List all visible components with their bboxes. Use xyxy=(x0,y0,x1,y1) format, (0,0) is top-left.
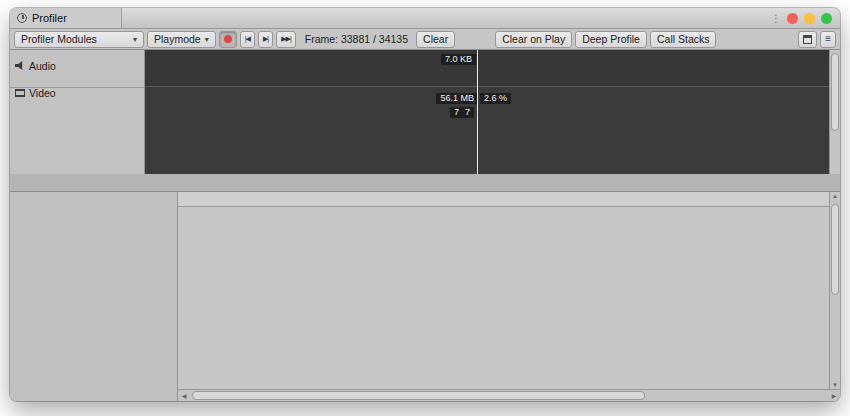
table-horizontal-scrollbar[interactable]: ◀ ▶ xyxy=(178,389,840,401)
deep-profile-button[interactable]: Deep Profile xyxy=(575,31,647,48)
playing-sources-line xyxy=(145,109,829,110)
save-profile-button[interactable]: ≡ xyxy=(820,31,836,48)
profiler-tab[interactable]: Profiler xyxy=(10,8,122,28)
memory-value-label: 56.1 MB xyxy=(436,93,478,104)
menu-icon: ≡ xyxy=(825,34,831,44)
speaker-icon xyxy=(15,61,25,70)
record-icon xyxy=(224,35,232,43)
load-icon xyxy=(803,35,812,44)
modules-scrollbar-thumb[interactable] xyxy=(831,53,839,131)
scroll-down-icon[interactable]: ▼ xyxy=(832,382,838,388)
kebab-icon[interactable]: ⋮ xyxy=(771,13,781,24)
audio-cpu-line xyxy=(145,158,829,159)
playmode-dropdown[interactable]: Playmode ▾ xyxy=(147,31,216,48)
film-icon xyxy=(15,89,25,97)
next-frame-button[interactable]: ▶| xyxy=(258,31,273,48)
gc-chart-band[interactable]: 7.0 KB xyxy=(145,50,829,87)
vertical-scroll-thumb[interactable] xyxy=(831,204,839,295)
audio-chart-band[interactable]: 56.1 MB 2.6 % 7 7 xyxy=(145,88,829,174)
profiler-modules-dropdown[interactable]: Profiler Modules ▾ xyxy=(14,31,144,48)
clear-button[interactable]: Clear xyxy=(416,31,455,48)
scroll-left-icon[interactable]: ◀ xyxy=(178,392,190,399)
module-divider xyxy=(10,87,144,88)
detail-tabbar xyxy=(10,174,840,192)
chevron-down-icon: ▾ xyxy=(133,35,137,44)
voices-value-label: 7 xyxy=(461,107,474,118)
profiler-chart[interactable]: 7.0 KB 56.1 MB 2.6 % 7 7 xyxy=(145,50,829,174)
profiler-toolbar: Profiler Modules ▾ Playmode ▾ |◀ ▶| ▶▶| … xyxy=(10,29,840,50)
detail-pane: ▲ ▼ ◀ ▶ xyxy=(10,192,840,401)
audio-voices-line xyxy=(145,113,829,114)
module-legend-panel: Audio Video xyxy=(10,50,145,174)
total-gc-line xyxy=(145,82,829,84)
scroll-up-icon[interactable]: ▲ xyxy=(832,193,838,199)
channels-table: ▲ ▼ ◀ ▶ xyxy=(178,192,840,401)
charts-region: Audio Video 7.0 KB 56.1 MB 2.6 % 7 xyxy=(10,50,840,174)
table-header xyxy=(178,192,829,207)
close-button[interactable] xyxy=(787,13,798,24)
gc-allocated-line xyxy=(145,78,829,79)
previous-frame-button[interactable]: |◀ xyxy=(240,31,255,48)
frame-playhead[interactable] xyxy=(477,50,478,174)
window-title: Profiler xyxy=(32,12,67,24)
horizontal-scroll-thumb[interactable] xyxy=(192,391,645,400)
load-profile-button[interactable] xyxy=(798,31,817,48)
next-frame-icon: ▶| xyxy=(263,35,268,43)
zoom-button[interactable] xyxy=(821,13,832,24)
audio-stats-panel xyxy=(10,192,178,401)
profiler-window: Profiler ⋮ Profiler Modules ▾ Playmode ▾… xyxy=(10,8,840,401)
table-vertical-scrollbar[interactable]: ▲ ▼ xyxy=(829,192,840,389)
chevron-down-icon: ▾ xyxy=(205,35,209,44)
clear-on-play-button[interactable]: Clear on Play xyxy=(495,31,572,48)
record-button[interactable] xyxy=(219,31,237,48)
previous-frame-icon: |◀ xyxy=(245,35,250,43)
cpu-value-label: 2.6 % xyxy=(480,93,511,104)
call-stacks-button[interactable]: Call Stacks xyxy=(650,31,717,48)
audio-module-header[interactable]: Audio xyxy=(10,59,144,72)
current-frame-button[interactable]: ▶▶| xyxy=(276,31,296,48)
scroll-right-icon[interactable]: ▶ xyxy=(828,392,840,399)
table-body xyxy=(178,207,829,389)
profiler-icon xyxy=(17,13,27,23)
titlebar[interactable]: Profiler ⋮ xyxy=(10,8,840,29)
gc-value-label: 7.0 KB xyxy=(441,54,476,65)
modules-scrollbar[interactable] xyxy=(829,50,840,174)
current-frame-icon: ▶▶| xyxy=(281,35,291,43)
minimize-button[interactable] xyxy=(804,13,815,24)
frame-counter: Frame: 33881 / 34135 xyxy=(305,33,408,45)
